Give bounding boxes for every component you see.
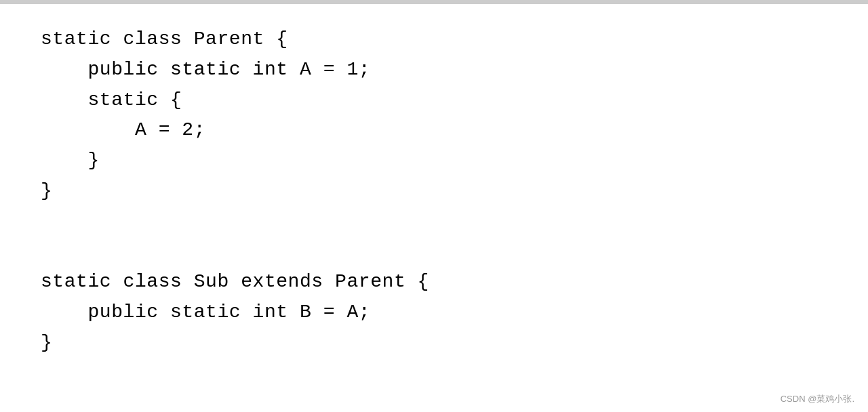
code-line: } bbox=[41, 146, 827, 176]
code-line: A = 2; bbox=[41, 115, 827, 146]
code-line: } bbox=[41, 328, 827, 358]
code-line: static class Parent { bbox=[41, 24, 827, 55]
watermark: CSDN @菜鸡小张. bbox=[781, 393, 854, 405]
code-line bbox=[41, 237, 827, 268]
code-line: static { bbox=[41, 85, 827, 116]
code-line: static class Sub extends Parent { bbox=[41, 267, 827, 297]
code-line: } bbox=[41, 176, 827, 207]
code-line: public static int A = 1; bbox=[41, 55, 827, 85]
code-container: static class Parent { public static int … bbox=[0, 4, 868, 379]
code-line bbox=[41, 207, 827, 237]
code-block: static class Parent { public static int … bbox=[41, 24, 827, 358]
code-line: public static int B = A; bbox=[41, 297, 827, 328]
